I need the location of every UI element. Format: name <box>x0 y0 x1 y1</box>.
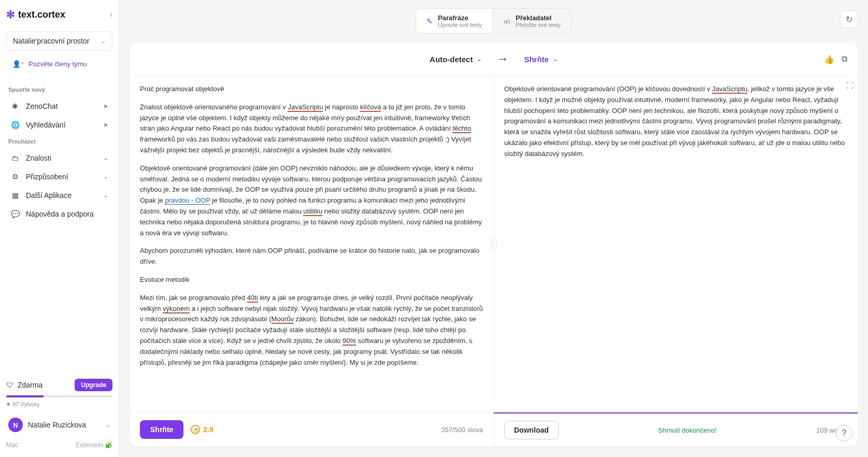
nav-knowledge[interactable]: 🗀 Znalosti ⌄ <box>6 149 112 167</box>
chat-icon: ✱ <box>10 102 20 110</box>
status-text: Shrnutí dokončeno! <box>566 426 809 434</box>
creations-count: ◈ 97 Výtvory <box>6 401 112 407</box>
logo-row: ✻ text.cortex ‹ <box>6 8 112 21</box>
input-heading-2: Evoluce metodik <box>140 275 483 285</box>
summarize-button[interactable]: Shrňte <box>140 420 183 439</box>
translate-icon: 🗚 <box>503 17 510 25</box>
tab-translator[interactable]: 🗚 Překladatel Přeložte své texty <box>493 8 572 34</box>
source-lang-label: Auto-detect <box>430 55 473 64</box>
nav-knowledge-label: Znalosti <box>26 154 97 162</box>
chevron-down-icon: ⌄ <box>103 154 108 162</box>
nav-help-label: Nápověda a podpora <box>26 210 108 218</box>
extension-link[interactable]: Extension 🧩 <box>76 441 112 449</box>
nav-zenochat-label: ZenoChat <box>26 102 97 110</box>
section-browse: Procházet <box>8 138 110 145</box>
plan-label: 🛡 Zdarma <box>6 381 42 389</box>
input-para-3: Abychom porozuměli výhodám, které nám OO… <box>140 246 483 267</box>
tab-text: Překladatel Přeložte své texty <box>516 14 561 28</box>
invite-team-button[interactable]: 👤⁺ Pozvěte členy týmu <box>6 56 112 72</box>
input-para-4: Mezi tím, jak se programovalo před 40ti … <box>140 293 483 368</box>
nav-more-apps[interactable]: ▦ Další Aplikace ⌄ <box>6 186 112 205</box>
input-pane[interactable]: Proč programovat objektově Znalost objek… <box>130 76 494 412</box>
upgrade-button[interactable]: Upgrade <box>75 379 112 391</box>
folder-icon: 🗀 <box>10 154 20 162</box>
history-icon: ↻ <box>846 15 852 24</box>
spellcheck-mark: utilitku <box>303 207 322 216</box>
credit-icon: ◈ <box>6 401 10 407</box>
sidebar: ✻ text.cortex ‹ Natalie'pracovní prostor… <box>0 0 119 457</box>
footer-links: Mac Extension 🧩 <box>6 441 112 449</box>
thumbs-up-icon[interactable]: 👍 <box>824 54 834 64</box>
logo[interactable]: ✻ text.cortex <box>6 8 65 21</box>
usage-progress-fill <box>6 395 44 397</box>
spellcheck-mark: Moorův <box>272 315 294 324</box>
grid-icon: ▦ <box>10 191 20 199</box>
plan-name: Zdarma <box>18 381 42 389</box>
spellcheck-mark: JavaScriptu <box>712 85 747 94</box>
workspace-name: Natalie'pracovní prostor <box>13 37 89 45</box>
input-para-2: Objektově orientované programování (dále… <box>140 163 483 239</box>
download-button[interactable]: Download <box>504 421 559 439</box>
sliders-icon: ⚙ <box>10 173 20 181</box>
output-para-1: Objektově orientované programování (OOP)… <box>504 84 847 160</box>
tab-paraphrase[interactable]: ✎ Parafráze Upravte své texty <box>416 8 493 34</box>
spellcheck-mark: těchto <box>452 124 471 133</box>
footer-left: Shrňte ◔ 2.9 357/500 slova <box>130 412 493 447</box>
avatar: N <box>8 418 23 432</box>
shield-icon: 🛡 <box>6 381 13 389</box>
invite-label: Pozvěte členy týmu <box>29 60 87 68</box>
spellcheck-mark: výkonem <box>163 305 190 313</box>
globe-icon: 🌐 <box>10 121 20 129</box>
link-mark: pravdou - OOP <box>165 196 210 205</box>
chevron-down-icon: ⌄ <box>103 173 108 180</box>
mac-link[interactable]: Mac <box>6 441 20 449</box>
chevron-down-icon: ⌄ <box>103 192 108 199</box>
card-body: Proč programovat objektově Znalost objek… <box>130 76 858 412</box>
puzzle-icon: 🧩 <box>105 441 112 449</box>
footer-right: Download Shrnutí dokončeno! 109 words <box>493 412 858 447</box>
spellcheck-mark: 40ti <box>247 294 258 303</box>
history-button[interactable]: ↻ <box>840 10 858 28</box>
tab-translator-title: Překladatel <box>516 14 561 22</box>
nav-more-apps-label: Další Aplikace <box>26 191 97 199</box>
usage-progress <box>6 395 112 397</box>
nav-search[interactable]: 🌐 Vyhledávání ➤ <box>6 116 112 134</box>
section-start-new: Spusťte nový <box>8 87 110 93</box>
target-mode-select[interactable]: Shrňte ⌄ <box>524 55 558 64</box>
word-count-left: 357/500 slova <box>441 426 483 434</box>
nav-search-label: Vyhledávání <box>26 121 97 129</box>
input-para-1: Znalost objektově orientovaného programo… <box>140 102 483 156</box>
main-area: ✎ Parafráze Upravte své texty 🗚 Překlada… <box>119 0 868 457</box>
chevron-down-icon: ⌄ <box>106 422 110 429</box>
splitter-handle[interactable]: ⋮ <box>491 238 496 250</box>
user-name: Natalie Ruzickova <box>28 421 101 429</box>
expand-icon[interactable]: ⛶ <box>846 80 853 91</box>
brand-text: text.cortex <box>18 9 65 20</box>
gauge-icon: ◔ <box>191 425 200 434</box>
arrow-right-icon: → <box>497 52 508 66</box>
output-pane[interactable]: ⛶ Objektově orientované programování (OO… <box>494 76 858 412</box>
tab-paraphrase-sub: Upravte své texty <box>438 22 482 28</box>
spellcheck-mark: klíčová <box>360 103 381 112</box>
card-footer: Shrňte ◔ 2.9 357/500 slova Download Shrn… <box>130 412 858 447</box>
nav-customize[interactable]: ⚙ Přizpůsobení ⌄ <box>6 167 112 186</box>
arrow-right-icon: ➤ <box>103 121 108 128</box>
user-menu[interactable]: N Natalie Ruzickova ⌄ <box>6 413 112 436</box>
nav-help[interactable]: 💬 Nápověda a podpora <box>6 205 112 223</box>
copy-icon[interactable]: ⧉ <box>842 54 847 64</box>
tab-translator-sub: Přeložte své texty <box>516 22 561 28</box>
help-floating-button[interactable]: ? <box>836 425 852 441</box>
nav-zenochat[interactable]: ✱ ZenoChat ➤ <box>6 97 112 116</box>
header-actions: 👍 ⧉ <box>824 54 847 64</box>
target-mode-label: Shrňte <box>524 55 549 64</box>
help-icon: 💬 <box>10 210 20 218</box>
collapse-sidebar-icon[interactable]: ‹ <box>110 10 112 19</box>
source-lang-select[interactable]: Auto-detect ⌄ <box>430 55 481 64</box>
score-display[interactable]: ◔ 2.9 <box>191 425 213 434</box>
plan-row: 🛡 Zdarma Upgrade <box>6 379 112 391</box>
tab-paraphrase-title: Parafráze <box>438 14 482 22</box>
logo-icon: ✻ <box>6 8 15 21</box>
sidebar-footer: 🛡 Zdarma Upgrade ◈ 97 Výtvory N Natalie … <box>6 379 112 449</box>
workspace-selector[interactable]: Natalie'pracovní prostor ⌄ <box>6 31 112 51</box>
user-plus-icon: 👤⁺ <box>12 60 24 68</box>
